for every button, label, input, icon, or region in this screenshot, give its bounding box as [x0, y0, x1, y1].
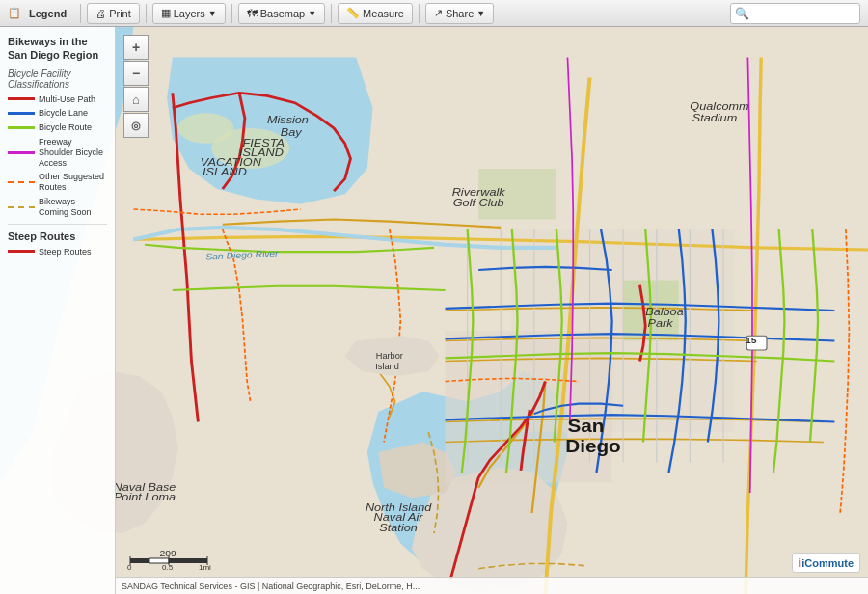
- legend-item-steep: Steep Routes: [8, 247, 107, 257]
- svg-rect-33: [130, 558, 149, 563]
- layers-chevron: ▼: [208, 9, 217, 18]
- measure-button[interactable]: 📏 Measure: [338, 3, 413, 24]
- layers-icon: ▦: [161, 7, 171, 19]
- zoom-in-button[interactable]: +: [123, 35, 149, 60]
- separator-5: [419, 4, 420, 23]
- svg-text:Mission: Mission: [267, 113, 309, 125]
- status-text: SANDAG Technical Services - GIS | Nation…: [122, 581, 420, 591]
- print-button[interactable]: 🖨 Print: [87, 3, 140, 24]
- steep-routes-title: Steep Routes: [8, 230, 107, 242]
- print-icon: 🖨: [95, 8, 106, 19]
- measure-icon: 📏: [346, 7, 360, 19]
- legend-color-multiuse: [8, 97, 35, 100]
- scale-bar: 0 0.5 1mi: [125, 551, 222, 573]
- separator-1: [80, 4, 81, 23]
- legend-item-suggested: Other Suggested Routes: [8, 172, 107, 193]
- separator-4: [331, 4, 332, 23]
- search-icon: 🔍: [735, 7, 749, 20]
- legend-item-lane: Bicycle Lane: [8, 108, 107, 119]
- svg-text:ISLAND: ISLAND: [203, 166, 247, 178]
- legend-label-multiuse: Multi-Use Path: [39, 94, 95, 105]
- home-button[interactable]: ⌂: [123, 87, 149, 112]
- svg-text:Diego: Diego: [565, 436, 621, 456]
- location-button[interactable]: ◎: [123, 113, 149, 138]
- svg-text:Harbor: Harbor: [376, 352, 403, 362]
- legend-divider: [8, 224, 107, 225]
- legend-title: Bikeways in the San Diego Region: [8, 35, 107, 63]
- svg-text:Island: Island: [375, 362, 399, 371]
- legend-label-steep: Steep Routes: [39, 247, 92, 257]
- search-box[interactable]: 🔍: [730, 3, 860, 24]
- share-icon: ↗: [434, 7, 443, 19]
- legend-label-freeway: Freeway Shoulder Bicycle Access: [39, 137, 107, 168]
- status-bar: SANDAG Technical Services - GIS | Nation…: [116, 577, 868, 594]
- layers-button[interactable]: ▦ Layers ▼: [152, 3, 226, 24]
- toolbar-title: Legend: [29, 8, 67, 19]
- legend-color-coming: [8, 206, 35, 208]
- svg-text:1mi: 1mi: [199, 563, 211, 570]
- legend-color-steep: [8, 250, 35, 253]
- icommute-text: iCommute: [801, 557, 854, 569]
- search-input[interactable]: [749, 8, 855, 19]
- basemap-chevron: ▼: [308, 9, 316, 18]
- svg-text:San: San: [567, 416, 604, 436]
- legend-item-multiuse: Multi-Use Path: [8, 94, 107, 105]
- legend-color-suggested: [8, 181, 35, 183]
- svg-text:0: 0: [127, 563, 132, 570]
- legend-label-coming: Bikeways Coming Soon: [39, 197, 107, 218]
- svg-text:15: 15: [746, 335, 757, 344]
- toolbar: 📋 Legend 🖨 Print ▦ Layers ▼ 🗺 Basemap ▼ …: [0, 0, 868, 27]
- zoom-out-button[interactable]: −: [123, 61, 149, 86]
- legend-color-route: [8, 126, 35, 129]
- separator-2: [146, 4, 147, 23]
- basemap-icon: 🗺: [247, 8, 258, 19]
- share-chevron: ▼: [476, 9, 485, 18]
- svg-text:Stadium: Stadium: [692, 111, 738, 123]
- legend-color-lane: [8, 112, 35, 115]
- scale-svg: 0 0.5 1mi: [125, 551, 222, 570]
- svg-text:Park: Park: [648, 316, 674, 329]
- svg-text:Golf Club: Golf Club: [453, 196, 504, 208]
- share-button[interactable]: ↗ Share ▼: [425, 3, 494, 24]
- legend-section-title: Bicycle Facility Classifications: [8, 68, 107, 90]
- map-controls: + − ⌂ ◎: [123, 35, 149, 138]
- legend-item-freeway: Freeway Shoulder Bicycle Access: [8, 137, 107, 168]
- legend-label-suggested: Other Suggested Routes: [39, 172, 107, 193]
- separator-3: [231, 4, 232, 23]
- legend-item-route: Bicycle Route: [8, 122, 107, 133]
- legend-label-lane: Bicycle Lane: [39, 108, 88, 119]
- legend-color-freeway: [8, 151, 35, 154]
- legend-label-route: Bicycle Route: [39, 122, 92, 133]
- svg-point-6: [178, 113, 234, 144]
- map-container[interactable]: Mission Bay San Diego Coronado Qualcomm …: [0, 27, 868, 594]
- basemap-button[interactable]: 🗺 Basemap ▼: [238, 3, 325, 24]
- svg-text:Station: Station: [379, 521, 418, 533]
- svg-text:0.5: 0.5: [162, 563, 174, 570]
- legend-item-coming: Bikeways Coming Soon: [8, 197, 107, 218]
- legend-icon: 📋: [8, 7, 21, 19]
- icommute-logo: iiCommute: [792, 553, 860, 573]
- svg-text:Point Loma: Point Loma: [114, 491, 176, 503]
- legend-panel: Bikeways in the San Diego Region Bicycle…: [0, 27, 116, 594]
